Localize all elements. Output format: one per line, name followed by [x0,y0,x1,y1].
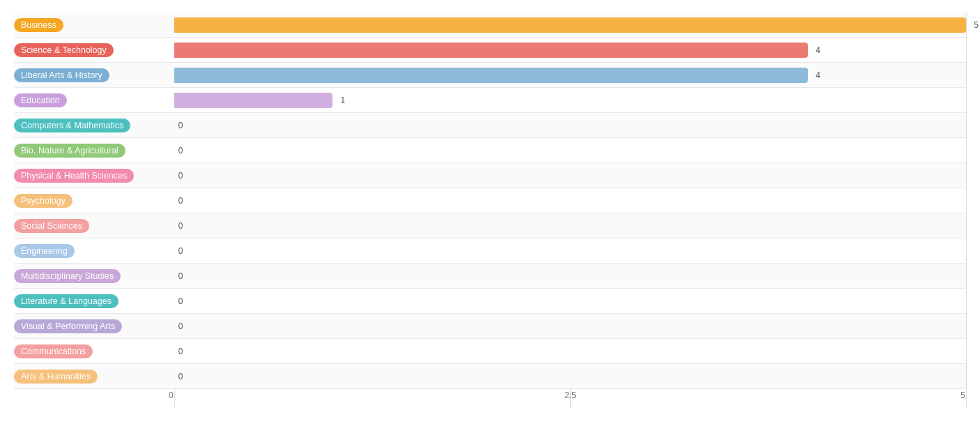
bar-row: Communications0 [14,339,966,364]
bar-track: 5 [174,13,966,37]
bar-track: 0 [174,213,966,238]
bar-category-label: Visual & Performing Arts [14,319,122,333]
bar-category-label: Psychology [14,194,72,208]
bar-row: Psychology0 [14,188,966,213]
bar-label-area: Liberal Arts & History [14,68,174,82]
bar-row: Multidisciplinary Studies0 [14,264,966,289]
bar-label-area: Communications [14,344,174,358]
bar-category-label: Engineering [14,244,75,258]
x-axis-label: 0 [169,390,174,400]
bar-value-label: 0 [178,218,183,234]
bar-row: Liberal Arts & History4 [14,63,966,88]
bar-row: Physical & Health Sciences0 [14,163,966,188]
bar-value-label: 0 [178,294,183,309]
bar-value-label: 0 [178,243,183,259]
x-axis: 02.55 [174,390,966,408]
bar-category-label: Arts & Humanities [14,370,98,384]
chart-area: Business5Science & Technology4Liberal Ar… [14,13,966,429]
bar-value-label: 0 [178,369,183,384]
bar-track: 0 [174,238,966,263]
bar-category-label: Social Sciences [14,219,89,233]
bar-label-area: Science & Technology [14,43,174,57]
bar-category-label: Education [14,93,67,107]
bar-label-area: Visual & Performing Arts [14,319,174,333]
bar-value-label: 0 [178,143,183,158]
bar-fill [174,93,332,108]
bar-track: 4 [174,63,966,87]
bar-value-label: 0 [178,193,183,208]
bar-row: Business5 [14,13,966,38]
bar-value-label: 5 [974,17,979,33]
bar-row: Education1 [14,88,966,113]
bar-value-label: 4 [816,68,820,83]
bar-fill [174,17,966,33]
bar-label-area: Arts & Humanities [14,370,174,384]
bar-label-area: Computers & Mathematics [14,119,174,132]
bar-track: 0 [174,188,966,213]
bars-container: Business5Science & Technology4Liberal Ar… [14,13,966,389]
bar-category-label: Liberal Arts & History [14,68,109,82]
bar-fill [174,43,808,58]
bar-track: 0 [174,264,966,288]
bar-row: Computers & Mathematics0 [14,113,966,138]
bar-track: 0 [174,163,966,188]
bar-label-area: Literature & Languages [14,294,174,308]
bar-category-label: Multidisciplinary Studies [14,269,121,283]
bar-value-label: 1 [341,93,346,108]
bar-track: 4 [174,38,966,62]
bar-track: 0 [174,289,966,313]
bar-row: Visual & Performing Arts0 [14,314,966,339]
bar-label-area: Education [14,93,174,107]
bar-label-area: Bio, Nature & Agricultural [14,144,174,158]
bar-label-area: Social Sciences [14,219,174,233]
bar-label-area: Physical & Health Sciences [14,169,174,183]
bar-value-label: 4 [816,43,820,58]
bar-label-area: Psychology [14,194,174,208]
bar-row: Bio, Nature & Agricultural0 [14,138,966,163]
bar-fill [174,68,808,83]
bar-category-label: Business [14,18,63,32]
bar-track: 0 [174,314,966,338]
bar-track: 0 [174,364,966,388]
bar-value-label: 0 [178,168,183,183]
bar-track: 0 [174,113,966,137]
bar-label-area: Multidisciplinary Studies [14,269,174,283]
bar-category-label: Bio, Nature & Agricultural [14,144,125,158]
x-axis-label: 5 [960,390,965,400]
bar-label-area: Business [14,18,174,32]
bar-category-label: Communications [14,344,93,358]
bar-value-label: 0 [178,319,183,334]
bar-track: 0 [174,339,966,363]
bar-category-label: Science & Technology [14,43,114,57]
bar-category-label: Literature & Languages [14,294,118,308]
bar-label-area: Engineering [14,244,174,258]
x-axis-label: 2.5 [565,390,576,400]
bar-row: Engineering0 [14,238,966,264]
bar-category-label: Physical & Health Sciences [14,169,134,183]
bar-value-label: 0 [178,268,183,284]
bar-value-label: 0 [178,118,183,133]
bar-row: Science & Technology4 [14,38,966,63]
bar-row: Arts & Humanities0 [14,364,966,389]
bar-row: Social Sciences0 [14,213,966,238]
bar-row: Literature & Languages0 [14,289,966,314]
bar-category-label: Computers & Mathematics [14,119,130,132]
bar-track: 0 [174,138,966,162]
bar-track: 1 [174,88,966,112]
bar-value-label: 0 [178,344,183,359]
